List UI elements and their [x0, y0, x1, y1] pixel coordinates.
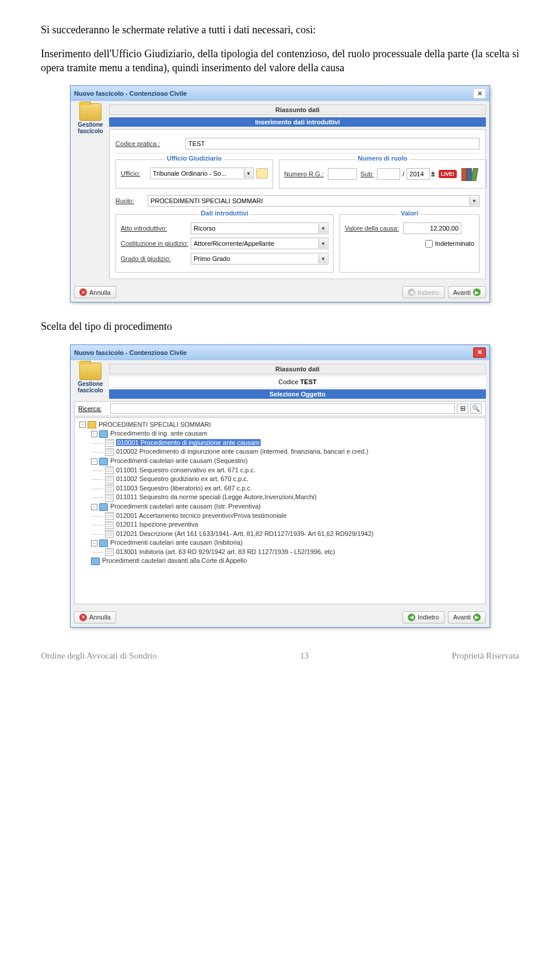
tree-item-label: 012001 Accertamento tecnico preventivo/P…: [116, 512, 286, 519]
tree-item-label: Procedimenti cautelari davanti alla Cort…: [102, 557, 247, 564]
tree-folder[interactable]: -Procedimenti cautelari ante causam (Ini…: [77, 538, 483, 548]
tree-item[interactable]: 011002 Sequestro giudiziario ex art. 670…: [77, 475, 483, 484]
folder-icon: [99, 539, 108, 547]
expander-icon[interactable]: -: [79, 422, 86, 428]
books-icon[interactable]: [461, 167, 481, 181]
gestione-fascicolo-button[interactable]: Gestione fascicolo: [74, 102, 107, 134]
back-icon: ◀: [408, 288, 415, 296]
page-icon: [105, 512, 114, 520]
valore-causa-label: Valore della causa:: [345, 225, 403, 232]
dialog-new-fascicolo-intro: Nuovo fascicolo - Contenzioso Civile ✕ G…: [70, 85, 490, 302]
chevron-down-icon[interactable]: ▼: [318, 254, 327, 263]
expander-icon[interactable]: -: [91, 504, 97, 510]
tree-item-label: 010001 Procedimento di ingiunzione ante …: [116, 439, 261, 446]
tree-item-label: 011011 Sequestro da norme speciali (Legg…: [116, 493, 317, 500]
ufficio-giudiziario-legend: Ufficio Giudiziario: [164, 155, 224, 162]
tree-root[interactable]: -PROCEDIMENTI SPECIALI SOMMARI: [77, 420, 483, 430]
folder-icon: [99, 430, 108, 438]
tree-item[interactable]: 011011 Sequestro da norme speciali (Legg…: [77, 493, 483, 502]
valore-causa-input[interactable]: [403, 222, 461, 234]
folder-icon: [79, 103, 102, 121]
riassunto-dati-bar[interactable]: Riassunto dati: [109, 364, 486, 374]
search-tool-icon[interactable]: 🔍: [470, 403, 482, 414]
footer-page-number: 13: [157, 651, 452, 661]
costituzione-select[interactable]: [191, 238, 328, 249]
chevron-down-icon[interactable]: ▼: [318, 239, 327, 248]
year-stepper[interactable]: ±: [431, 170, 435, 178]
sub-input[interactable]: [377, 168, 400, 180]
scheda-icon[interactable]: [256, 168, 268, 179]
folder-icon: [79, 363, 102, 380]
tree-item[interactable]: 010001 Procedimento di ingiunzione ante …: [77, 438, 483, 448]
tree-item[interactable]: 013001 Inibitoria (art. 63 RD 929/1942 a…: [77, 548, 483, 557]
tree-item-label: 011002 Sequestro giudiziario ex art. 670…: [116, 475, 249, 482]
tree-folder[interactable]: Procedimenti cautelari davanti alla Cort…: [77, 556, 483, 566]
forward-icon: ▶: [473, 614, 481, 621]
gestione-fascicolo-button[interactable]: Gestione fascicolo: [74, 361, 107, 394]
valori-legend: Valori: [398, 210, 421, 217]
doc-p2: Inserimento dell'Ufficio Giudiziario, de…: [41, 47, 519, 75]
year-input[interactable]: [407, 168, 430, 180]
doc-p1: Si succederanno le schermate relative a …: [41, 23, 519, 37]
tree-item[interactable]: 010002 Procedimento di ingiunzione ante …: [77, 447, 483, 457]
dialog2-title: Nuovo fascicolo - Contenzioso Civile: [74, 349, 187, 356]
page-icon: [105, 439, 114, 447]
expander-icon[interactable]: -: [91, 431, 97, 437]
close-icon[interactable]: ✕: [473, 347, 486, 358]
ruolo-select[interactable]: [148, 195, 480, 207]
indietro-button[interactable]: ◀ Indietro: [402, 611, 444, 624]
ufficio-select[interactable]: [150, 168, 254, 179]
folder-icon: [88, 421, 96, 429]
expander-icon[interactable]: -: [91, 458, 97, 465]
page-icon: [105, 476, 114, 483]
indietro-button: ◀ Indietro: [402, 286, 444, 298]
tree-item[interactable]: 011003 Sequestro (liberatorio) ex art. 6…: [77, 484, 483, 493]
avanti-button[interactable]: Avanti ▶: [448, 286, 486, 298]
tree-folder[interactable]: -Procedimento di ing. ante causam: [77, 429, 483, 438]
page-icon: [105, 521, 114, 529]
footer-right: Proprietà Riservata: [452, 651, 519, 661]
ricerca-input[interactable]: [110, 403, 455, 414]
page-icon: [105, 485, 114, 492]
tree-folder[interactable]: -Procedimenti cautelari ante causam (Seq…: [77, 457, 483, 466]
annulla-button[interactable]: ✕ Annulla: [74, 611, 116, 624]
tree-item-label: 012021 Descrizione (Art 161 L633/1941- A…: [116, 530, 374, 537]
riassunto-dati-bar[interactable]: Riassunto dati: [109, 105, 486, 115]
atto-introduttivo-select[interactable]: [191, 222, 328, 234]
close-icon[interactable]: ✕: [473, 88, 486, 99]
tree-item-label: 010002 Procedimento di ingiunzione ante …: [116, 448, 368, 455]
tree-item[interactable]: 011001 Sequestro conservativo ex art. 67…: [77, 466, 483, 475]
expander-icon[interactable]: -: [91, 540, 97, 546]
cancel-icon: ✕: [79, 288, 87, 296]
folder-icon: [99, 458, 108, 465]
annulla-button[interactable]: ✕ Annulla: [74, 286, 116, 298]
dati-introduttivi-legend: Dati introduttivi: [198, 210, 250, 217]
chevron-down-icon[interactable]: ▼: [318, 224, 327, 233]
tree-item[interactable]: 012011 Ispezione preventiva: [77, 520, 483, 530]
grado-giudizio-select[interactable]: [191, 253, 328, 264]
numero-rg-label: Numero R.G.:: [284, 170, 328, 177]
tree-item-label: Procedimento di ing. ante causam: [110, 430, 207, 437]
chevron-down-icon[interactable]: ▼: [244, 169, 253, 178]
sub-label: Sub:: [360, 170, 377, 177]
tree-item[interactable]: 012021 Descrizione (Art 161 L633/1941- A…: [77, 530, 483, 539]
numero-rg-input[interactable]: [328, 168, 357, 180]
collapse-tool-icon[interactable]: ⊟: [457, 403, 468, 414]
tree-item-label: 012011 Ispezione preventiva: [116, 521, 198, 528]
page-icon: [105, 494, 114, 502]
avanti-button[interactable]: Avanti ▶: [448, 611, 486, 624]
section-inserimento-dati: Inserimento dati introduttivi: [109, 117, 486, 127]
tree-item-label: Procedimenti cautelari ante causam (Istr…: [110, 503, 261, 510]
codice-bar: Codice TEST: [109, 377, 486, 387]
tree-item[interactable]: 012001 Accertamento tecnico preventivo/P…: [77, 511, 483, 521]
codice-pratica-input[interactable]: [186, 138, 480, 149]
page-icon: [105, 548, 114, 556]
indeterminato-checkbox[interactable]: [425, 240, 433, 248]
chevron-down-icon[interactable]: ▼: [470, 196, 478, 206]
page-icon: [105, 466, 114, 474]
oggetto-tree[interactable]: -PROCEDIMENTI SPECIALI SOMMARI-Procedime…: [74, 417, 486, 604]
tree-folder[interactable]: -Procedimenti cautelari ante causam (Ist…: [77, 502, 483, 511]
cancel-icon: ✕: [79, 614, 87, 621]
codice-pratica-label: Codice pratica :: [116, 140, 186, 147]
live-badge[interactable]: LIVE!: [439, 170, 457, 178]
